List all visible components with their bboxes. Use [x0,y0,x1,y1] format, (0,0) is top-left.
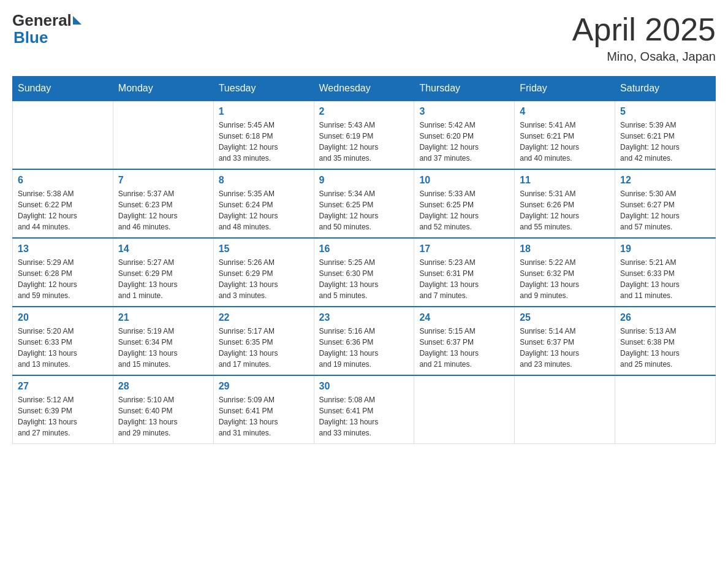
day-info: Sunrise: 5:39 AM Sunset: 6:21 PM Dayligh… [620,120,710,164]
calendar-day-cell [13,101,113,169]
day-info: Sunrise: 5:13 AM Sunset: 6:38 PM Dayligh… [620,326,710,370]
day-number: 17 [419,243,509,255]
day-info: Sunrise: 5:37 AM Sunset: 6:23 PM Dayligh… [118,188,208,232]
day-number: 11 [520,175,610,186]
day-number: 30 [319,381,409,392]
calendar-header: SundayMondayTuesdayWednesdayThursdayFrid… [13,77,716,101]
day-info: Sunrise: 5:10 AM Sunset: 6:40 PM Dayligh… [118,394,208,439]
day-info: Sunrise: 5:29 AM Sunset: 6:28 PM Dayligh… [18,257,108,301]
day-info: Sunrise: 5:45 AM Sunset: 6:18 PM Dayligh… [219,120,309,164]
day-info: Sunrise: 5:21 AM Sunset: 6:33 PM Dayligh… [620,257,710,301]
calendar-day-cell [515,375,615,444]
calendar-day-cell: 11Sunrise: 5:31 AM Sunset: 6:26 PM Dayli… [515,169,615,238]
day-number: 8 [219,175,309,186]
calendar-day-cell: 12Sunrise: 5:30 AM Sunset: 6:27 PM Dayli… [615,169,716,238]
day-number: 22 [219,312,309,323]
day-info: Sunrise: 5:34 AM Sunset: 6:25 PM Dayligh… [319,188,409,232]
calendar-week-row: 27Sunrise: 5:12 AM Sunset: 6:39 PM Dayli… [13,375,716,444]
day-number: 1 [219,106,309,117]
logo: General Blue [12,12,82,47]
calendar-day-cell: 28Sunrise: 5:10 AM Sunset: 6:40 PM Dayli… [113,375,213,444]
day-number: 13 [18,243,108,255]
calendar-day-cell: 20Sunrise: 5:20 AM Sunset: 6:33 PM Dayli… [13,307,113,375]
calendar-day-cell: 26Sunrise: 5:13 AM Sunset: 6:38 PM Dayli… [615,307,716,375]
day-number: 10 [419,175,509,186]
calendar-week-row: 1Sunrise: 5:45 AM Sunset: 6:18 PM Daylig… [13,101,716,169]
day-number: 5 [620,106,710,117]
day-info: Sunrise: 5:26 AM Sunset: 6:29 PM Dayligh… [219,257,309,301]
day-number: 26 [620,312,710,323]
day-number: 23 [319,312,409,323]
day-info: Sunrise: 5:17 AM Sunset: 6:35 PM Dayligh… [219,326,309,370]
day-of-week-header: Friday [515,77,615,101]
day-info: Sunrise: 5:38 AM Sunset: 6:22 PM Dayligh… [18,188,108,232]
day-info: Sunrise: 5:42 AM Sunset: 6:20 PM Dayligh… [419,120,509,164]
calendar-day-cell: 29Sunrise: 5:09 AM Sunset: 6:41 PM Dayli… [213,375,314,444]
day-of-week-header: Tuesday [213,77,314,101]
calendar-day-cell: 21Sunrise: 5:19 AM Sunset: 6:34 PM Dayli… [113,307,213,375]
calendar-body: 1Sunrise: 5:45 AM Sunset: 6:18 PM Daylig… [13,101,716,444]
day-number: 29 [219,381,309,392]
calendar-day-cell: 24Sunrise: 5:15 AM Sunset: 6:37 PM Dayli… [414,307,515,375]
calendar-day-cell: 19Sunrise: 5:21 AM Sunset: 6:33 PM Dayli… [615,238,716,307]
calendar-day-cell: 14Sunrise: 5:27 AM Sunset: 6:29 PM Dayli… [113,238,213,307]
calendar-day-cell: 5Sunrise: 5:39 AM Sunset: 6:21 PM Daylig… [615,101,716,169]
day-of-week-header: Thursday [414,77,515,101]
day-number: 9 [319,175,409,186]
day-number: 25 [520,312,610,323]
page-header: General Blue April 2025 Mino, Osaka, Jap… [12,12,716,64]
day-info: Sunrise: 5:41 AM Sunset: 6:21 PM Dayligh… [520,120,610,164]
day-info: Sunrise: 5:23 AM Sunset: 6:31 PM Dayligh… [419,257,509,301]
day-info: Sunrise: 5:08 AM Sunset: 6:41 PM Dayligh… [319,394,409,439]
calendar-day-cell: 18Sunrise: 5:22 AM Sunset: 6:32 PM Dayli… [515,238,615,307]
calendar-table: SundayMondayTuesdayWednesdayThursdayFrid… [12,76,716,444]
day-info: Sunrise: 5:25 AM Sunset: 6:30 PM Dayligh… [319,257,409,301]
day-info: Sunrise: 5:43 AM Sunset: 6:19 PM Dayligh… [319,120,409,164]
day-info: Sunrise: 5:09 AM Sunset: 6:41 PM Dayligh… [219,394,309,439]
logo-general-text: General [12,12,72,28]
day-info: Sunrise: 5:14 AM Sunset: 6:37 PM Dayligh… [520,326,610,370]
day-number: 3 [419,106,509,117]
day-number: 18 [520,243,610,255]
day-number: 27 [18,381,108,392]
day-number: 4 [520,106,610,117]
calendar-day-cell: 7Sunrise: 5:37 AM Sunset: 6:23 PM Daylig… [113,169,213,238]
calendar-week-row: 20Sunrise: 5:20 AM Sunset: 6:33 PM Dayli… [13,307,716,375]
calendar-day-cell: 9Sunrise: 5:34 AM Sunset: 6:25 PM Daylig… [314,169,414,238]
day-number: 24 [419,312,509,323]
calendar-day-cell [113,101,213,169]
day-of-week-header: Monday [113,77,213,101]
day-of-week-header: Wednesday [314,77,414,101]
calendar-day-cell: 17Sunrise: 5:23 AM Sunset: 6:31 PM Dayli… [414,238,515,307]
day-info: Sunrise: 5:31 AM Sunset: 6:26 PM Dayligh… [520,188,610,232]
calendar-day-cell [615,375,716,444]
calendar-day-cell: 22Sunrise: 5:17 AM Sunset: 6:35 PM Dayli… [213,307,314,375]
calendar-week-row: 13Sunrise: 5:29 AM Sunset: 6:28 PM Dayli… [13,238,716,307]
day-number: 2 [319,106,409,117]
day-number: 19 [620,243,710,255]
calendar-day-cell: 4Sunrise: 5:41 AM Sunset: 6:21 PM Daylig… [515,101,615,169]
calendar-day-cell [414,375,515,444]
calendar-day-cell: 30Sunrise: 5:08 AM Sunset: 6:41 PM Dayli… [314,375,414,444]
calendar-day-cell: 1Sunrise: 5:45 AM Sunset: 6:18 PM Daylig… [213,101,314,169]
calendar-day-cell: 16Sunrise: 5:25 AM Sunset: 6:30 PM Dayli… [314,238,414,307]
day-of-week-header: Saturday [615,77,716,101]
day-info: Sunrise: 5:35 AM Sunset: 6:24 PM Dayligh… [219,188,309,232]
day-number: 15 [219,243,309,255]
calendar-day-cell: 2Sunrise: 5:43 AM Sunset: 6:19 PM Daylig… [314,101,414,169]
day-number: 6 [18,175,108,186]
subtitle: Mino, Osaka, Japan [572,50,716,64]
day-number: 7 [118,175,208,186]
day-info: Sunrise: 5:12 AM Sunset: 6:39 PM Dayligh… [18,394,108,439]
calendar-day-cell: 25Sunrise: 5:14 AM Sunset: 6:37 PM Dayli… [515,307,615,375]
calendar-day-cell: 27Sunrise: 5:12 AM Sunset: 6:39 PM Dayli… [13,375,113,444]
logo-triangle-icon [73,16,82,25]
calendar-day-cell: 15Sunrise: 5:26 AM Sunset: 6:29 PM Dayli… [213,238,314,307]
day-number: 21 [118,312,208,323]
day-info: Sunrise: 5:16 AM Sunset: 6:36 PM Dayligh… [319,326,409,370]
calendar-day-cell: 23Sunrise: 5:16 AM Sunset: 6:36 PM Dayli… [314,307,414,375]
day-info: Sunrise: 5:27 AM Sunset: 6:29 PM Dayligh… [118,257,208,301]
calendar-day-cell: 10Sunrise: 5:33 AM Sunset: 6:25 PM Dayli… [414,169,515,238]
calendar-day-cell: 8Sunrise: 5:35 AM Sunset: 6:24 PM Daylig… [213,169,314,238]
day-info: Sunrise: 5:30 AM Sunset: 6:27 PM Dayligh… [620,188,710,232]
